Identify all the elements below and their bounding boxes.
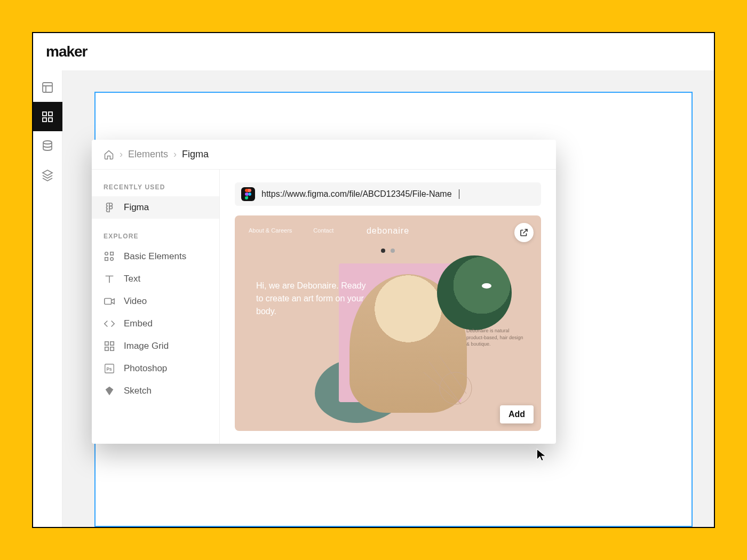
leaf-circle-image [437,255,512,330]
sidebar-item-image-grid[interactable]: Image Grid [92,335,219,357]
sidebar-item-label: Sketch [124,386,152,396]
topbar: maker [33,33,714,70]
svg-rect-15 [110,347,114,350]
figma-icon [104,202,115,213]
preview-description: Debonaire is natural product-based, hair… [466,327,525,348]
chevron-right-icon: › [120,149,123,160]
grid-icon [41,110,54,123]
photoshop-icon: Ps [104,363,115,374]
svg-point-10 [110,258,114,261]
elements-panel: › Elements › Figma RECENTLY USED Figma E… [92,140,556,444]
explore-section-label: EXPLORE [92,228,219,245]
rail-layout[interactable] [33,73,62,102]
svg-point-7 [105,252,108,255]
svg-point-5 [43,141,52,144]
sketch-icon [104,385,115,397]
recent-section-label: RECENTLY USED [92,179,219,196]
panel-content: https://www.figma.com/file/ABCD12345/Fil… [220,170,556,444]
sidebar-item-embed[interactable]: Embed [92,313,219,335]
svg-rect-1 [43,112,46,116]
database-icon [41,140,54,153]
breadcrumb: › Elements › Figma [92,140,556,170]
preview-brand: debonaire [367,226,409,236]
open-external-button[interactable] [514,223,534,242]
preview-tagline: Hi, we are Debonaire. Ready to create an… [256,279,374,318]
text-icon [104,273,115,285]
sidebar-item-label: Text [124,274,140,284]
breadcrumb-current: Figma [182,149,209,160]
figma-badge-icon [241,187,255,201]
svg-rect-4 [49,118,52,122]
sidebar-item-label: Embed [124,318,153,329]
sidebar-item-label: Basic Elements [124,251,186,262]
app-logo: maker [46,43,88,60]
svg-rect-0 [43,83,52,92]
svg-text:Ps: Ps [107,367,113,372]
decorative-lines [418,351,482,415]
rail-elements[interactable] [33,102,62,131]
preview-nav-about: About & Careers [249,227,292,234]
panel-sidebar: RECENTLY USED Figma EXPLORE Basic Elemen… [92,170,220,444]
video-icon [104,295,115,307]
text-caret [459,189,459,199]
shapes-icon [104,251,115,262]
grid-icon [104,340,115,352]
sidebar-item-photoshop[interactable]: Ps Photoshop [92,357,219,380]
sidebar-item-label: Figma [124,202,149,213]
app-window: maker › Elements › Figma [32,32,715,528]
sidebar-item-label: Photoshop [124,363,167,374]
url-input[interactable]: https://www.figma.com/file/ABCD12345/Fil… [235,182,541,206]
carousel-dots [381,249,395,253]
sidebar-item-sketch[interactable]: Sketch [92,380,219,402]
url-text: https://www.figma.com/file/ABCD12345/Fil… [261,189,452,199]
svg-rect-8 [110,252,114,255]
panel-body: RECENTLY USED Figma EXPLORE Basic Elemen… [92,170,556,444]
preview-nav: About & Careers Contact [249,227,333,234]
svg-rect-3 [43,118,46,122]
chevron-right-icon: › [173,149,177,160]
svg-rect-12 [105,342,108,345]
layout-icon [41,81,54,94]
add-button[interactable]: Add [500,405,534,423]
layers-icon [41,169,54,182]
rail-layers[interactable] [33,161,62,190]
figma-preview: About & Careers Contact debonaire Hi, we… [235,215,541,431]
svg-rect-13 [110,342,114,345]
external-link-icon [519,228,529,237]
sidebar-item-text[interactable]: Text [92,268,219,290]
svg-rect-9 [105,258,108,261]
home-icon[interactable] [104,149,114,160]
tool-rail [33,70,62,527]
svg-rect-14 [105,347,108,350]
svg-point-18 [248,193,251,196]
preview-nav-contact: Contact [313,227,333,234]
sidebar-item-label: Video [124,296,147,307]
breadcrumb-elements[interactable]: Elements [128,149,168,160]
sidebar-item-figma[interactable]: Figma [92,196,219,219]
sidebar-item-basic-elements[interactable]: Basic Elements [92,245,219,268]
svg-rect-2 [49,112,52,116]
code-icon [104,318,115,330]
sidebar-item-label: Image Grid [124,341,169,351]
sidebar-item-video[interactable]: Video [92,290,219,313]
svg-rect-11 [105,299,112,305]
rail-data[interactable] [33,131,62,161]
